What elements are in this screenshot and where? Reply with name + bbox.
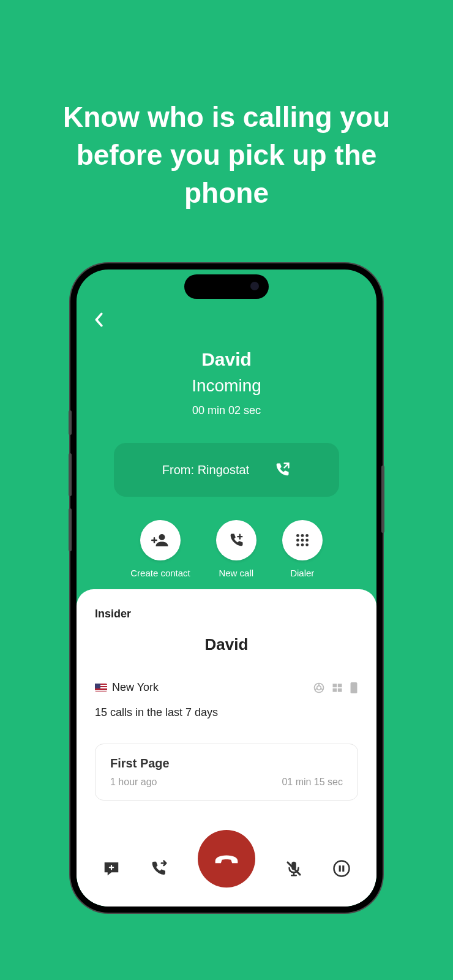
phone-plus-icon (228, 532, 245, 549)
insider-title: Insider (95, 608, 358, 620)
volume-btn (69, 410, 72, 435)
insider-contact-name: David (95, 635, 358, 654)
svg-rect-16 (351, 682, 358, 693)
svg-point-4 (296, 539, 299, 542)
first-page-meta: 1 hour ago 01 min 15 sec (110, 777, 343, 788)
call-outgoing-icon (274, 461, 291, 478)
dynamic-island (184, 274, 269, 299)
action-label: Dialer (290, 568, 314, 578)
volume-btn (69, 453, 72, 496)
end-call-button[interactable] (198, 830, 255, 888)
us-flag-icon (95, 684, 107, 692)
windows-icon (331, 682, 343, 694)
svg-rect-13 (338, 684, 342, 687)
svg-point-9 (305, 543, 309, 546)
mute-button[interactable] (285, 859, 303, 880)
location-row: New York (95, 681, 358, 694)
svg-point-18 (334, 861, 350, 876)
marketing-headline: Know who is calling you before you pick … (0, 0, 453, 212)
caller-name: David (77, 349, 376, 370)
location-name: New York (112, 681, 159, 694)
svg-point-3 (305, 534, 309, 537)
mobile-icon (350, 682, 358, 694)
svg-rect-19 (339, 865, 341, 872)
dialer-button[interactable]: Dialer (282, 520, 323, 578)
create-contact-button[interactable]: Create contact (130, 520, 190, 578)
insider-card: Insider David New York (77, 589, 376, 907)
svg-point-0 (159, 534, 165, 540)
svg-point-1 (296, 534, 299, 537)
action-label: Create contact (130, 568, 190, 578)
message-plus-icon (102, 859, 121, 878)
add-message-button[interactable] (102, 859, 121, 880)
svg-rect-12 (333, 684, 337, 687)
calls-summary: 15 calls in the last 7 days (95, 706, 358, 719)
phone-screen: David Incoming 00 min 02 sec From: Ringo… (77, 270, 376, 907)
call-bottom-bar (77, 833, 376, 907)
back-button[interactable] (94, 312, 103, 330)
svg-point-7 (296, 543, 299, 546)
pause-icon (332, 859, 351, 878)
svg-point-11 (317, 685, 321, 690)
first-page-time: 1 hour ago (110, 777, 157, 788)
location-text: New York (95, 681, 159, 694)
call-status: Incoming (77, 376, 376, 396)
first-page-duration: 01 min 15 sec (282, 777, 343, 788)
power-btn (381, 466, 384, 533)
phone-hangup-icon (213, 845, 240, 872)
svg-rect-14 (333, 688, 337, 692)
chevron-left-icon (94, 312, 103, 327)
device-icons (313, 682, 358, 694)
action-label: New call (219, 568, 253, 578)
svg-point-6 (305, 539, 309, 542)
svg-rect-15 (338, 688, 342, 692)
from-source-pill[interactable]: From: Ringostat (114, 443, 339, 497)
dialpad-icon (294, 532, 310, 548)
action-buttons-row: Create contact New call (77, 520, 376, 578)
svg-point-2 (301, 534, 304, 537)
hold-button[interactable] (332, 859, 351, 880)
svg-point-5 (301, 539, 304, 542)
transfer-call-button[interactable] (150, 859, 168, 880)
svg-rect-20 (342, 865, 344, 872)
from-label: From: Ringostat (162, 463, 249, 477)
phone-device-frame: David Incoming 00 min 02 sec From: Ringo… (70, 263, 383, 913)
volume-btn (69, 508, 72, 551)
new-call-button[interactable]: New call (216, 520, 256, 578)
call-forward-icon (150, 859, 168, 878)
first-page-card[interactable]: First Page 1 hour ago 01 min 15 sec (95, 744, 358, 801)
chrome-icon (313, 682, 325, 694)
first-page-title: First Page (110, 756, 343, 771)
mic-off-icon (285, 859, 303, 878)
svg-point-8 (301, 543, 304, 546)
call-duration: 00 min 02 sec (77, 404, 376, 417)
add-contact-icon (151, 531, 170, 549)
